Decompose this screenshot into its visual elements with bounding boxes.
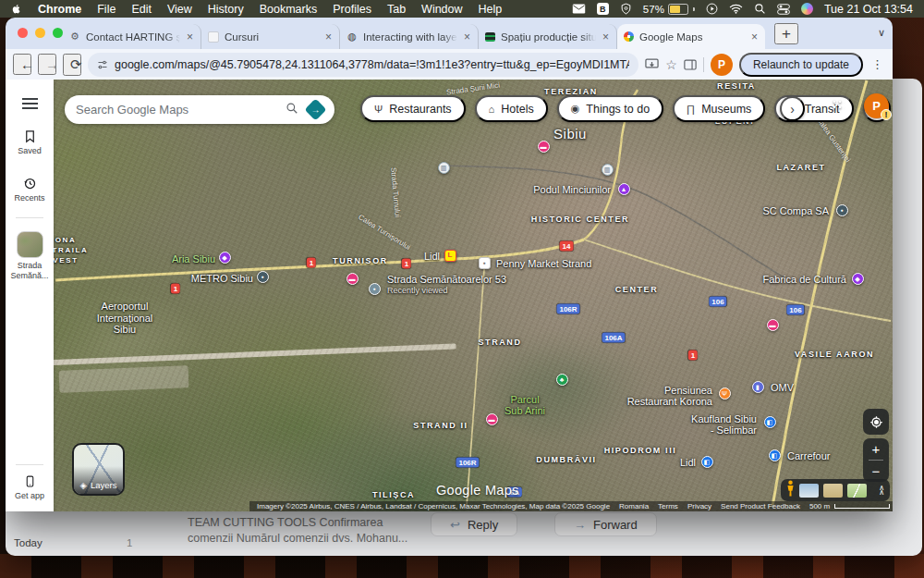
station-marker-2-marker[interactable]: ▥ [438,162,450,174]
menu-item-profiles[interactable]: Profiles [333,3,371,16]
app-b-icon[interactable]: B [597,3,609,15]
tab-contact-harting-i-fra[interactable]: ⚙Contact HARTING și Fra× [63,24,201,49]
zoom-window-button[interactable] [53,28,63,38]
reply-button[interactable]: ↩ Reply [431,512,517,536]
hotel-marker-1-marker[interactable]: ▬ [538,141,550,153]
chip-hotels[interactable]: ⌂Hotels [475,95,548,122]
browser-profile-avatar[interactable]: P [711,54,733,76]
menu-item-help[interactable]: Help [479,3,503,16]
wifi-icon[interactable] [729,4,743,14]
maps-profile-avatar[interactable]: P ! [864,93,889,118]
browser-menu-icon[interactable]: ⋮ [869,57,885,71]
sc-compa-sa-marker[interactable]: ● [836,204,848,216]
podul-minciunilor-marker[interactable]: ▲ [618,183,630,195]
train-station-marker-marker[interactable]: ▥ [602,164,614,176]
menu-hamburger-icon[interactable] [22,98,38,109]
mail-icon[interactable] [572,4,586,14]
bookmark-star-icon[interactable]: ☆ [665,57,677,72]
omv-marker[interactable]: ▮ [752,381,764,393]
sidebar-item-recents[interactable]: Recents [14,177,44,203]
tab-search-chevron-icon[interactable]: ∨ [878,27,885,39]
apple-icon[interactable] [11,3,22,16]
directions-icon[interactable]: → [304,98,326,120]
menu-item-view[interactable]: View [167,3,192,16]
sidebar-item-saved[interactable]: Saved [18,129,42,156]
forward-nav-button[interactable]: → [38,54,56,75]
install-icon[interactable] [645,58,659,70]
chip-museums[interactable]: ∏Museums [673,95,765,122]
menu-item-window[interactable]: Window [421,3,462,16]
chips-more-button[interactable]: › [780,96,805,121]
aria-sibiu-marker[interactable]: ◆ [219,252,231,264]
tab-close-icon[interactable]: × [463,31,471,43]
relaunch-to-update-button[interactable]: Relaunch to update [739,53,863,77]
menu-app-name[interactable]: Chrome [38,3,81,16]
battery-indicator[interactable]: 57% [643,4,695,15]
shield-icon[interactable] [620,3,632,15]
hotel-marker-2-marker[interactable]: ▬ [346,273,359,285]
metro-sibiu-marker[interactable]: ● [257,271,269,283]
play-icon[interactable] [706,3,718,15]
menu-item-bookmarks[interactable]: Bookmarks [260,3,318,16]
map-canvas[interactable]: SibiuTEREZIANRESITALUPENILAZARETHISTORIC… [6,80,893,511]
collapse-chevron-icon[interactable]: ∧∧ [879,486,884,495]
tab-cursuri[interactable]: Cursuri× [201,24,340,49]
lidl-south-marker[interactable]: ◧ [701,456,713,468]
search-input[interactable]: Search Google Maps [76,103,276,117]
imagery-thumb-1[interactable] [799,484,819,498]
zoom-in-button[interactable]: + [863,438,889,460]
hotel-marker-3-marker[interactable]: ▬ [767,319,779,331]
tab-close-icon[interactable]: × [186,31,194,43]
chip-things-to-do[interactable]: ◉Things to do [557,95,663,122]
close-window-button[interactable] [18,28,28,38]
google-apps-icon[interactable] [832,99,845,112]
siri-icon[interactable] [801,3,813,15]
tabs: ⚙Contact HARTING și Fra×Cursuri×◍Interac… [63,18,765,49]
new-tab-button[interactable]: + [774,23,798,44]
kaufland-sibiu-selimbar-marker[interactable]: ◧ [764,416,776,428]
chip-restaurants[interactable]: ΨRestaurants [360,95,466,122]
imagery-thumb-3[interactable] [847,484,867,498]
maps-favicon-icon [624,31,634,42]
strada-semanatoarelor-53-marker[interactable]: ● [369,283,381,295]
tab-spa-iu-produc-ie-situat-[interactable]: Spațiu producție situat î× [479,24,617,49]
control-center-icon[interactable] [777,4,790,15]
minimize-window-button[interactable] [35,28,45,38]
attribution-link-privacy[interactable]: Privacy [687,502,711,510]
search-icon[interactable] [286,102,298,118]
spotlight-icon[interactable] [754,3,766,15]
attribution-link-romania[interactable]: Romania [619,502,649,510]
imagery-thumb-2[interactable] [823,484,843,498]
menu-item-tab[interactable]: Tab [387,3,406,16]
address-bar[interactable]: google.com/maps/@45.7905478,24.1311064,3… [88,53,638,77]
fabrica-de-cultura-marker[interactable]: ◆ [852,273,864,285]
penny-market-strand-marker[interactable]: ● [479,257,491,269]
tab-interacting-with-layers-[interactable]: ◍Interacting with layers -× [340,24,479,49]
layers-button[interactable]: ◈ Layers [72,443,125,496]
pegman-icon[interactable] [786,480,795,500]
menu-item-file[interactable]: File [97,3,116,16]
pensiunea-restaurant-korona-marker[interactable]: Ψ [719,387,731,400]
tab-close-icon[interactable]: × [750,31,759,43]
scale-bar [834,504,890,509]
tab-close-icon[interactable]: × [602,31,610,43]
tab-google-maps[interactable]: Google Maps× [617,24,765,49]
maps-search-box[interactable]: Search Google Maps → [65,95,334,124]
carrefour-marker[interactable]: ◧ [769,449,781,461]
side-panel-icon[interactable] [684,59,697,70]
my-location-button[interactable] [863,409,889,435]
back-button[interactable]: ← [13,54,31,75]
hotel-marker-4-marker[interactable]: ▬ [486,413,498,425]
menu-item-edit[interactable]: Edit [131,3,152,16]
attribution-link-terms[interactable]: Terms [658,502,678,510]
reload-button[interactable]: ⟳ [63,54,81,76]
forward-button[interactable]: → Forward [554,512,657,536]
site-info-icon[interactable] [97,59,108,70]
attribution-link-send-product-feedback[interactable]: Send Product Feedback [721,502,800,510]
parcul-sub-arini-marker[interactable]: ♣ [556,374,568,386]
lidl-store-marker[interactable]: L [444,250,456,262]
sidebar-item-get-app[interactable]: Get app [15,474,44,501]
menu-item-history[interactable]: History [208,3,244,16]
sidebar-item-recent-place[interactable]: StradaSemănă... [10,231,48,280]
tab-close-icon[interactable]: × [324,31,333,43]
